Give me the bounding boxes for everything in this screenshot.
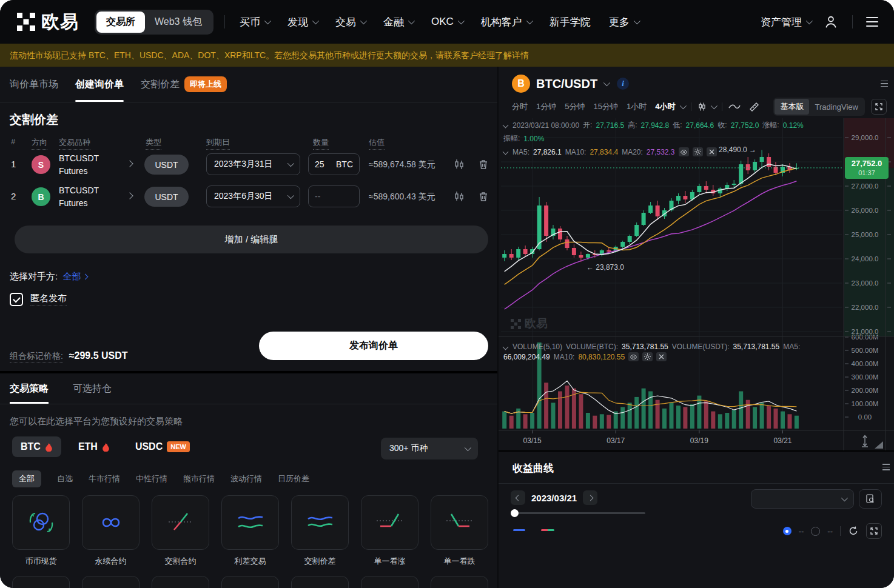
chip-volatile-market[interactable]: 波动行情 <box>230 473 262 484</box>
anonymous-checkbox-row[interactable]: 匿名发布 <box>10 293 67 306</box>
gear-icon[interactable] <box>693 147 703 156</box>
nav-item-buy[interactable]: 买币 <box>240 15 269 29</box>
strategy-card[interactable] <box>361 576 418 588</box>
nav-item-discover[interactable]: 发现 <box>287 15 317 29</box>
pnl-select[interactable] <box>751 489 854 509</box>
chip-favorites[interactable]: 自选 <box>57 473 73 484</box>
drawing-tools-icon[interactable] <box>749 102 759 112</box>
strategy-card-spot[interactable]: 币币现货 <box>12 495 70 567</box>
delete-leg-icon[interactable] <box>478 159 489 172</box>
strategy-card[interactable] <box>431 576 488 588</box>
chevron-right-icon[interactable] <box>126 160 133 167</box>
strategy-card[interactable] <box>291 576 349 588</box>
expiry-select[interactable]: 2023年6月30日 <box>206 185 300 207</box>
expand-icon[interactable] <box>866 523 882 539</box>
menu-icon[interactable] <box>866 17 878 27</box>
close-icon[interactable] <box>656 352 667 361</box>
chip-all[interactable]: 全部 <box>12 470 41 487</box>
nav-item-trade[interactable]: 交易 <box>335 15 365 29</box>
strategy-card-delivery-spread[interactable]: 交割价差 <box>291 495 349 567</box>
tab-rfq-market[interactable]: 询价单市场 <box>10 67 58 102</box>
strategy-card-carry-trade[interactable]: 利差交易 <box>221 495 279 567</box>
strategy-card-futures[interactable]: 交割合约 <box>152 495 209 567</box>
prev-date-button[interactable] <box>511 490 525 505</box>
chip-bull-market[interactable]: 牛市行情 <box>89 473 120 484</box>
chevron-right-icon[interactable] <box>126 192 133 199</box>
add-edit-leg-button[interactable]: 增加 / 编辑腿 <box>15 226 488 253</box>
chart-preview-icon[interactable] <box>454 191 465 204</box>
chip-calendar-spread[interactable]: 日历价差 <box>278 473 309 484</box>
eye-icon[interactable] <box>679 147 689 156</box>
coin-tab-eth[interactable]: ETH <box>70 436 118 457</box>
coin-tab-btc[interactable]: BTC <box>12 436 61 457</box>
tf-1m[interactable]: 1分钟 <box>536 101 556 112</box>
counterparty-all-link[interactable]: 全部 <box>62 271 87 282</box>
gear-icon[interactable] <box>642 352 653 361</box>
mode-basic[interactable]: 基本版 <box>775 99 809 115</box>
pnl-menu-icon[interactable] <box>882 464 890 470</box>
strategy-card-perpetual[interactable]: 永续合约 <box>82 495 139 567</box>
tab-optional-positions[interactable]: 可选持仓 <box>73 373 112 404</box>
inspect-icon[interactable] <box>859 489 882 509</box>
overlay-line-icon[interactable] <box>728 103 741 110</box>
toggle-web3-wallet[interactable]: Web3 钱包 <box>145 12 212 33</box>
delete-leg-icon[interactable] <box>478 191 489 204</box>
slider-thumb[interactable] <box>511 509 519 517</box>
pnl-date-nav: 2023/03/21 <box>511 490 597 505</box>
nav-item-institutional[interactable]: 机构客户 <box>481 15 531 29</box>
chart-preview-icon[interactable] <box>454 159 465 172</box>
quantity-input[interactable]: 25BTC <box>308 153 360 175</box>
quantity-input[interactable]: -- <box>308 185 360 207</box>
fullscreen-icon[interactable] <box>871 99 887 115</box>
strategy-card[interactable] <box>221 576 279 588</box>
pair-dropdown-icon[interactable] <box>603 79 610 86</box>
mode-tradingview[interactable]: TradingView <box>809 100 864 114</box>
instrument-name[interactable]: BTCUSDTFutures <box>59 184 99 210</box>
tf-4h[interactable]: 4小时 <box>655 101 675 112</box>
brand[interactable]: 欧易 <box>17 10 79 35</box>
tf-15m[interactable]: 15分钟 <box>593 101 617 112</box>
tf-time-share[interactable]: 分时 <box>512 101 528 112</box>
chart-menu-icon[interactable] <box>881 81 888 87</box>
radio-selected[interactable] <box>783 527 791 535</box>
user-icon[interactable] <box>823 14 839 30</box>
nav-item-okc[interactable]: OKC <box>431 16 463 28</box>
tab-create-rfq[interactable]: 创建询价单 <box>75 67 124 102</box>
nav-item-more[interactable]: 更多 <box>609 15 639 29</box>
chip-neutral-market[interactable]: 中性行情 <box>136 473 167 484</box>
toggle-exchange[interactable]: 交易所 <box>96 12 145 33</box>
strategy-card-single-call[interactable]: 单一看涨 <box>361 495 418 567</box>
candlestick-chart[interactable]: 29,000.028,000.027,000.026,000.025,000.0… <box>499 118 894 450</box>
strategy-card[interactable] <box>152 576 209 588</box>
tf-1h[interactable]: 1小时 <box>627 101 647 112</box>
coin-count-select[interactable]: 300+ 币种 <box>381 438 478 459</box>
publish-rfq-button[interactable]: 发布询价单 <box>259 332 488 360</box>
chip-bear-market[interactable]: 熊市行情 <box>183 473 215 484</box>
anonymous-checkbox[interactable] <box>10 293 23 306</box>
nav-item-assets[interactable]: 资产管理 <box>761 15 811 29</box>
eye-icon[interactable] <box>628 352 639 361</box>
strategy-card-single-put[interactable]: 单一看跌 <box>431 495 488 567</box>
expiry-select[interactable]: 2023年3月31日 <box>206 153 300 175</box>
strategy-card[interactable] <box>82 576 139 588</box>
col-header-num: # <box>11 137 15 146</box>
refresh-icon[interactable] <box>848 526 859 536</box>
next-date-button[interactable] <box>583 490 597 505</box>
instrument-name[interactable]: BTCUSDTFutures <box>59 152 99 178</box>
candle-style-dropdown-icon[interactable] <box>711 102 718 109</box>
close-icon[interactable] <box>707 147 717 156</box>
strategy-card[interactable] <box>12 576 70 588</box>
tab-delivery-spread[interactable]: 交割价差 即将上线 <box>141 67 227 102</box>
info-icon[interactable]: i <box>617 78 629 90</box>
coin-tab-usdc[interactable]: USDC NEW <box>127 436 198 457</box>
tf-dropdown-icon[interactable] <box>680 102 687 109</box>
leg-row-1: 1 S BTCUSDTFutures USDT 2023年3月31日 25BTC… <box>0 150 497 181</box>
date-slider[interactable] <box>512 512 645 514</box>
nav-item-finance[interactable]: 金融 <box>383 15 413 29</box>
candle-style-icon[interactable] <box>697 102 707 112</box>
radio-unselected[interactable] <box>811 527 820 536</box>
nav-item-academy[interactable]: 新手学院 <box>550 15 591 29</box>
tf-5m[interactable]: 5分钟 <box>565 101 585 112</box>
pair-name: BTC/USDT <box>536 77 597 91</box>
tab-trading-strategies[interactable]: 交易策略 <box>10 373 49 404</box>
